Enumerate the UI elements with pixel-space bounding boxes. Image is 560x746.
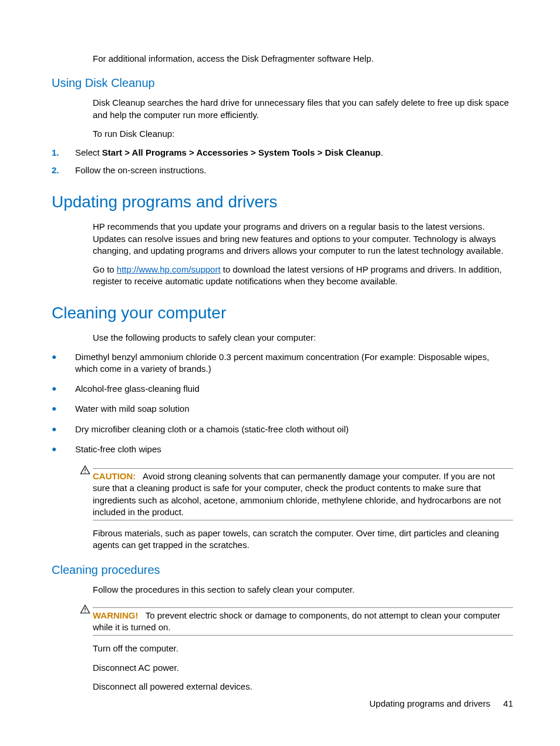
step-text: Select Start > All Programs > Accessorie…: [75, 147, 383, 159]
intro-paragraph: For additional information, access the D…: [93, 53, 513, 65]
cleaning-intro: Use the following products to safely cle…: [93, 332, 513, 344]
page-number: 41: [503, 698, 513, 708]
support-link[interactable]: http://www.hp.com/support: [117, 264, 221, 274]
footer-text: Updating programs and drivers: [369, 698, 490, 708]
disk-cleanup-desc: Disk Cleanup searches the hard drive for…: [93, 97, 513, 121]
warning-icon: [80, 604, 90, 614]
bullet-icon: ●: [52, 443, 75, 455]
disconnect-devices: Disconnect all powered external devices.: [93, 681, 513, 693]
disconnect-ac: Disconnect AC power.: [93, 662, 513, 674]
fibrous-materials: Fibrous materials, such as paper towels,…: [93, 527, 513, 552]
list-item: ●Water with mild soap solution: [52, 403, 513, 415]
step-number: 2.: [52, 164, 75, 176]
list-item: ●Static-free cloth wipes: [52, 443, 513, 455]
updating-link-para: Go to http://www.hp.com/support to downl…: [93, 264, 513, 288]
bullet-icon: ●: [52, 424, 75, 435]
caution-label: CAUTION:: [93, 471, 136, 481]
list-item: ●Alcohol-free glass-cleaning fluid: [52, 383, 513, 395]
caution-icon: [80, 465, 90, 475]
heading-updating-programs: Updating programs and drivers: [52, 191, 513, 213]
page-footer: Updating programs and drivers 41: [369, 698, 513, 710]
list-item: ●Dimethyl benzyl ammonium chloride 0.3 p…: [52, 351, 513, 375]
warning-body: To prevent electric shock or damage to c…: [93, 610, 500, 632]
warning-label: WARNING!: [93, 610, 139, 620]
svg-point-3: [85, 611, 86, 613]
heading-cleaning-procedures: Cleaning procedures: [52, 562, 513, 578]
step-text: Follow the on-screen instructions.: [75, 164, 206, 176]
heading-disk-cleanup: Using Disk Cleanup: [52, 75, 513, 91]
list-item: ●Dry microfiber cleaning cloth or a cham…: [52, 424, 513, 435]
step-1: 1. Select Start > All Programs > Accesso…: [52, 147, 513, 159]
bullet-icon: ●: [52, 403, 75, 415]
bullet-icon: ●: [52, 351, 75, 375]
step-number: 1.: [52, 147, 75, 159]
disk-cleanup-run: To run Disk Cleanup:: [93, 128, 513, 140]
svg-point-1: [85, 472, 86, 473]
turn-off: Turn off the computer.: [93, 643, 513, 654]
procedures-intro: Follow the procedures in this section to…: [93, 584, 513, 596]
heading-cleaning-computer: Cleaning your computer: [52, 302, 513, 324]
updating-desc: HP recommends that you update your progr…: [93, 221, 513, 257]
caution-body: Avoid strong cleaning solvents that can …: [93, 471, 501, 517]
step-2: 2. Follow the on-screen instructions.: [52, 164, 513, 176]
caution-text: [139, 471, 143, 481]
bullet-icon: ●: [52, 383, 75, 395]
